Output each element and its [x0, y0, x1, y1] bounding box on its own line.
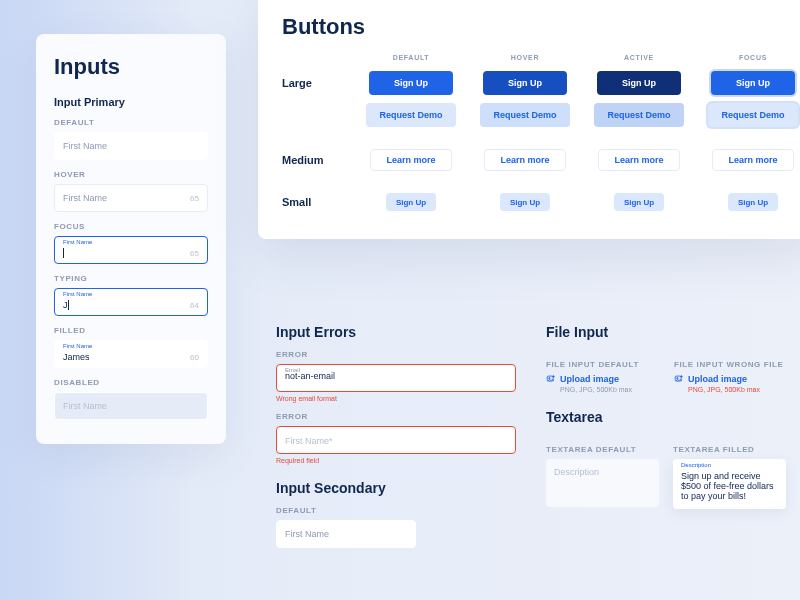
upload-image-link-wrong[interactable]: Upload image — [674, 374, 786, 384]
input-errors-title: Input Errors — [276, 324, 516, 340]
buttons-grid: DEFAULT HOVER ACTIVE FOCUS Large Sign Up… — [282, 54, 794, 215]
image-upload-icon — [674, 374, 684, 384]
input-primary-heading: Input Primary — [54, 96, 208, 108]
textarea-default-block: TEXTAREA DEFAULT Description — [546, 435, 659, 509]
learn-more-button-active[interactable]: Learn more — [598, 149, 680, 171]
placeholder-text: First Name — [63, 141, 107, 151]
request-demo-button-focus[interactable]: Request Demo — [708, 103, 798, 127]
textarea-title: Textarea — [546, 409, 786, 425]
textarea-row: TEXTAREA DEFAULT Description TEXTAREA FI… — [546, 435, 786, 509]
col-head-active: ACTIVE — [594, 54, 684, 67]
firstname-input-hover[interactable]: First Name 65 — [54, 184, 208, 212]
firstname-input-disabled: First Name — [54, 392, 208, 420]
request-demo-button-active[interactable]: Request Demo — [594, 103, 684, 127]
inputs-panel: Inputs Input Primary DEFAULT First Name … — [36, 34, 226, 444]
lower-section: Input Errors ERROR Email not-an-email Wr… — [276, 324, 786, 548]
textarea-filled-block: TEXTAREA FILLED Description Sign up and … — [673, 435, 786, 509]
state-label-hover: HOVER — [54, 170, 208, 179]
image-upload-icon — [546, 374, 556, 384]
svg-point-1 — [549, 378, 550, 379]
input-value: James — [63, 352, 90, 362]
row-label-medium: Medium — [282, 154, 342, 166]
caret-icon — [68, 300, 69, 310]
signup-button-small-default[interactable]: Sign Up — [386, 193, 436, 211]
learn-more-button-focus[interactable]: Learn more — [712, 149, 794, 171]
svg-point-3 — [677, 378, 678, 379]
floating-label: First Name — [63, 239, 92, 245]
state-label-filled: FILLED — [54, 326, 208, 335]
col-head-hover: HOVER — [480, 54, 570, 67]
col-head-default: DEFAULT — [366, 54, 456, 67]
caret-icon — [63, 248, 64, 258]
errors-column: Input Errors ERROR Email not-an-email Wr… — [276, 324, 516, 548]
learn-more-button-hover[interactable]: Learn more — [484, 149, 566, 171]
upload-image-link-default[interactable]: Upload image — [546, 374, 658, 384]
firstname-error-message: Required field — [276, 457, 516, 464]
email-input-error[interactable]: Email not-an-email — [276, 364, 516, 392]
firstname-input-secondary[interactable]: First Name — [276, 520, 416, 548]
state-label-typing: TYPING — [54, 274, 208, 283]
file-input-row: FILE INPUT DEFAULT Upload image PNG, JPG… — [546, 350, 786, 393]
placeholder-text: First Name — [285, 529, 329, 539]
row-label-small: Small — [282, 196, 342, 208]
state-label-focus: FOCUS — [54, 222, 208, 231]
state-label-default: DEFAULT — [54, 118, 208, 127]
char-counter: 64 — [190, 301, 199, 310]
request-demo-button-default[interactable]: Request Demo — [366, 103, 456, 127]
description-textarea-default[interactable]: Description — [546, 459, 659, 507]
file-wrong-label: FILE INPUT WRONG FILE — [674, 360, 786, 369]
buttons-title: Buttons — [282, 14, 794, 40]
error-state-label-1: ERROR — [276, 350, 516, 359]
firstname-input-default[interactable]: First Name — [54, 132, 208, 160]
floating-label: Email — [285, 367, 300, 373]
textarea-filled-label: TEXTAREA FILLED — [673, 445, 786, 454]
floating-label: First Name — [63, 343, 92, 349]
upload-link-text: Upload image — [560, 374, 619, 384]
signup-button-large-active[interactable]: Sign Up — [597, 71, 681, 95]
file-default-label: FILE INPUT DEFAULT — [546, 360, 658, 369]
firstname-input-typing[interactable]: First Name J 64 — [54, 288, 208, 316]
row-label-large: Large — [282, 77, 342, 89]
description-textarea-filled[interactable]: Description Sign up and receive $500 of … — [673, 459, 786, 509]
char-counter: 65 — [190, 194, 199, 203]
input-secondary-title: Input Secondary — [276, 480, 516, 496]
firstname-input-filled[interactable]: First Name James 60 — [54, 340, 208, 368]
secondary-state-label: DEFAULT — [276, 506, 516, 515]
placeholder-text: First Name — [63, 401, 107, 411]
floating-label: Description — [681, 462, 711, 468]
textarea-value: Sign up and receive $500 of fee-free dol… — [681, 471, 774, 501]
char-counter: 65 — [190, 249, 199, 258]
error-state-label-2: ERROR — [276, 412, 516, 421]
signup-button-large-default[interactable]: Sign Up — [369, 71, 453, 95]
char-counter: 60 — [190, 353, 199, 362]
inputs-title: Inputs — [54, 54, 208, 80]
email-error-message: Wrong email format — [276, 395, 516, 402]
upload-link-text: Upload image — [688, 374, 747, 384]
signup-button-small-hover[interactable]: Sign Up — [500, 193, 550, 211]
file-input-title: File Input — [546, 324, 786, 340]
file-hint-error: PNG, JPG, 500Kb max — [688, 386, 786, 393]
col-head-focus: FOCUS — [708, 54, 798, 67]
request-demo-button-hover[interactable]: Request Demo — [480, 103, 570, 127]
placeholder-text: Description — [554, 467, 599, 477]
floating-label: First Name — [63, 291, 92, 297]
signup-button-large-focus[interactable]: Sign Up — [711, 71, 795, 95]
file-textarea-column: File Input FILE INPUT DEFAULT Upload ima… — [546, 324, 786, 548]
firstname-input-focus[interactable]: First Name 65 — [54, 236, 208, 264]
signup-button-small-focus[interactable]: Sign Up — [728, 193, 778, 211]
textarea-default-label: TEXTAREA DEFAULT — [546, 445, 659, 454]
learn-more-button-default[interactable]: Learn more — [370, 149, 452, 171]
firstname-input-error[interactable]: First Name* — [276, 426, 516, 454]
file-input-wrong-block: FILE INPUT WRONG FILE Upload image PNG, … — [674, 350, 786, 393]
file-input-default-block: FILE INPUT DEFAULT Upload image PNG, JPG… — [546, 350, 658, 393]
signup-button-large-hover[interactable]: Sign Up — [483, 71, 567, 95]
buttons-panel: Buttons DEFAULT HOVER ACTIVE FOCUS Large… — [258, 0, 800, 239]
file-hint-default: PNG, JPG, 500Kb max — [560, 386, 658, 393]
state-label-disabled: DISABLED — [54, 378, 208, 387]
placeholder-text: First Name — [63, 193, 107, 203]
signup-button-small-active[interactable]: Sign Up — [614, 193, 664, 211]
placeholder-text: First Name* — [285, 436, 333, 446]
